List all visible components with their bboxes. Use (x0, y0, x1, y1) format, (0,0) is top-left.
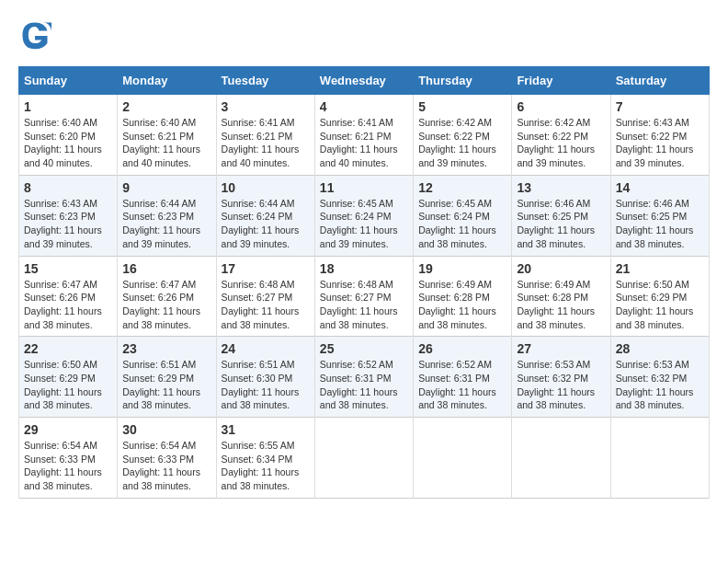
day-number: 5 (418, 99, 506, 114)
day-info: Sunrise: 6:50 AMSunset: 6:29 PMDaylight:… (24, 359, 102, 410)
day-number: 27 (517, 341, 605, 356)
table-row: 4 Sunrise: 6:41 AMSunset: 6:21 PMDayligh… (314, 95, 413, 176)
table-row: 18 Sunrise: 6:48 AMSunset: 6:27 PMDaylig… (314, 256, 413, 337)
day-number: 3 (222, 99, 310, 114)
day-info: Sunrise: 6:43 AMSunset: 6:22 PMDaylight:… (616, 117, 694, 168)
day-number: 24 (222, 341, 310, 356)
header-day-monday: Monday (118, 67, 216, 95)
table-row: 9 Sunrise: 6:44 AMSunset: 6:23 PMDayligh… (118, 175, 216, 256)
day-info: Sunrise: 6:47 AMSunset: 6:26 PMDaylight:… (24, 279, 102, 330)
day-number: 21 (616, 261, 704, 276)
table-row (314, 418, 413, 499)
table-row: 5 Sunrise: 6:42 AMSunset: 6:22 PMDayligh… (414, 95, 512, 176)
week-row-5: 29 Sunrise: 6:54 AMSunset: 6:33 PMDaylig… (19, 418, 710, 499)
day-info: Sunrise: 6:54 AMSunset: 6:33 PMDaylight:… (24, 440, 102, 491)
day-info: Sunrise: 6:40 AMSunset: 6:21 PMDaylight:… (122, 117, 200, 168)
week-row-1: 1 Sunrise: 6:40 AMSunset: 6:20 PMDayligh… (19, 95, 710, 176)
table-row: 30 Sunrise: 6:54 AMSunset: 6:33 PMDaylig… (118, 418, 216, 499)
day-info: Sunrise: 6:51 AMSunset: 6:29 PMDaylight:… (122, 359, 200, 410)
header-row: SundayMondayTuesdayWednesdayThursdayFrid… (19, 67, 710, 95)
header-day-wednesday: Wednesday (314, 67, 413, 95)
day-number: 12 (418, 180, 506, 195)
table-row: 29 Sunrise: 6:54 AMSunset: 6:33 PMDaylig… (19, 418, 118, 499)
day-info: Sunrise: 6:52 AMSunset: 6:31 PMDaylight:… (320, 359, 398, 410)
header-day-saturday: Saturday (610, 67, 709, 95)
table-row: 28 Sunrise: 6:53 AMSunset: 6:32 PMDaylig… (610, 337, 709, 418)
day-number: 14 (616, 180, 704, 195)
day-info: Sunrise: 6:45 AMSunset: 6:24 PMDaylight:… (418, 198, 496, 249)
day-number: 8 (24, 180, 112, 195)
week-row-4: 22 Sunrise: 6:50 AMSunset: 6:29 PMDaylig… (19, 337, 710, 418)
table-row: 3 Sunrise: 6:41 AMSunset: 6:21 PMDayligh… (216, 95, 314, 176)
table-row: 21 Sunrise: 6:50 AMSunset: 6:29 PMDaylig… (610, 256, 709, 337)
day-info: Sunrise: 6:40 AMSunset: 6:20 PMDaylight:… (24, 117, 102, 168)
calendar-table: SundayMondayTuesdayWednesdayThursdayFrid… (18, 66, 710, 499)
day-number: 6 (517, 99, 605, 114)
day-number: 16 (122, 261, 210, 276)
day-number: 7 (616, 99, 704, 114)
day-number: 2 (122, 99, 210, 114)
day-info: Sunrise: 6:46 AMSunset: 6:25 PMDaylight:… (517, 198, 595, 249)
day-number: 11 (320, 180, 408, 195)
table-row: 31 Sunrise: 6:55 AMSunset: 6:34 PMDaylig… (216, 418, 314, 499)
day-info: Sunrise: 6:51 AMSunset: 6:30 PMDaylight:… (222, 359, 300, 410)
table-row: 17 Sunrise: 6:48 AMSunset: 6:27 PMDaylig… (216, 256, 314, 337)
header-day-friday: Friday (512, 67, 610, 95)
day-info: Sunrise: 6:46 AMSunset: 6:25 PMDaylight:… (616, 198, 694, 249)
table-row: 26 Sunrise: 6:52 AMSunset: 6:31 PMDaylig… (414, 337, 512, 418)
day-number: 23 (122, 341, 210, 356)
table-row: 1 Sunrise: 6:40 AMSunset: 6:20 PMDayligh… (19, 95, 118, 176)
header-day-tuesday: Tuesday (216, 67, 314, 95)
day-number: 29 (24, 422, 112, 437)
table-row: 13 Sunrise: 6:46 AMSunset: 6:25 PMDaylig… (512, 175, 610, 256)
day-number: 10 (222, 180, 310, 195)
day-number: 25 (320, 341, 408, 356)
page-header (18, 18, 710, 52)
day-info: Sunrise: 6:50 AMSunset: 6:29 PMDaylight:… (616, 279, 694, 330)
header-day-sunday: Sunday (19, 67, 118, 95)
day-info: Sunrise: 6:47 AMSunset: 6:26 PMDaylight:… (122, 279, 200, 330)
table-row (414, 418, 512, 499)
day-info: Sunrise: 6:53 AMSunset: 6:32 PMDaylight:… (517, 359, 595, 410)
logo-icon (18, 18, 51, 52)
day-info: Sunrise: 6:42 AMSunset: 6:22 PMDaylight:… (418, 117, 496, 168)
table-row (512, 418, 610, 499)
day-info: Sunrise: 6:43 AMSunset: 6:23 PMDaylight:… (24, 198, 102, 249)
day-number: 13 (517, 180, 605, 195)
day-info: Sunrise: 6:49 AMSunset: 6:28 PMDaylight:… (517, 279, 595, 330)
week-row-2: 8 Sunrise: 6:43 AMSunset: 6:23 PMDayligh… (19, 175, 710, 256)
day-number: 15 (24, 261, 112, 276)
table-row: 12 Sunrise: 6:45 AMSunset: 6:24 PMDaylig… (414, 175, 512, 256)
day-number: 1 (24, 99, 112, 114)
day-info: Sunrise: 6:45 AMSunset: 6:24 PMDaylight:… (320, 198, 398, 249)
day-number: 4 (320, 99, 408, 114)
day-info: Sunrise: 6:52 AMSunset: 6:31 PMDaylight:… (418, 359, 496, 410)
day-info: Sunrise: 6:54 AMSunset: 6:33 PMDaylight:… (122, 440, 200, 491)
day-number: 30 (122, 422, 210, 437)
week-row-3: 15 Sunrise: 6:47 AMSunset: 6:26 PMDaylig… (19, 256, 710, 337)
header-day-thursday: Thursday (414, 67, 512, 95)
table-row: 22 Sunrise: 6:50 AMSunset: 6:29 PMDaylig… (19, 337, 118, 418)
day-info: Sunrise: 6:48 AMSunset: 6:27 PMDaylight:… (320, 279, 398, 330)
day-info: Sunrise: 6:42 AMSunset: 6:22 PMDaylight:… (517, 117, 595, 168)
day-number: 22 (24, 341, 112, 356)
day-number: 19 (418, 261, 506, 276)
day-info: Sunrise: 6:41 AMSunset: 6:21 PMDaylight:… (222, 117, 300, 168)
table-row: 25 Sunrise: 6:52 AMSunset: 6:31 PMDaylig… (314, 337, 413, 418)
table-row: 19 Sunrise: 6:49 AMSunset: 6:28 PMDaylig… (414, 256, 512, 337)
table-row: 23 Sunrise: 6:51 AMSunset: 6:29 PMDaylig… (118, 337, 216, 418)
table-row: 10 Sunrise: 6:44 AMSunset: 6:24 PMDaylig… (216, 175, 314, 256)
day-info: Sunrise: 6:44 AMSunset: 6:24 PMDaylight:… (222, 198, 300, 249)
day-number: 26 (418, 341, 506, 356)
table-row: 16 Sunrise: 6:47 AMSunset: 6:26 PMDaylig… (118, 256, 216, 337)
table-row: 7 Sunrise: 6:43 AMSunset: 6:22 PMDayligh… (610, 95, 709, 176)
table-row: 14 Sunrise: 6:46 AMSunset: 6:25 PMDaylig… (610, 175, 709, 256)
logo (18, 18, 55, 52)
table-row: 15 Sunrise: 6:47 AMSunset: 6:26 PMDaylig… (19, 256, 118, 337)
day-info: Sunrise: 6:55 AMSunset: 6:34 PMDaylight:… (222, 440, 300, 491)
table-row: 6 Sunrise: 6:42 AMSunset: 6:22 PMDayligh… (512, 95, 610, 176)
day-number: 28 (616, 341, 704, 356)
table-row: 11 Sunrise: 6:45 AMSunset: 6:24 PMDaylig… (314, 175, 413, 256)
day-number: 18 (320, 261, 408, 276)
table-row: 20 Sunrise: 6:49 AMSunset: 6:28 PMDaylig… (512, 256, 610, 337)
